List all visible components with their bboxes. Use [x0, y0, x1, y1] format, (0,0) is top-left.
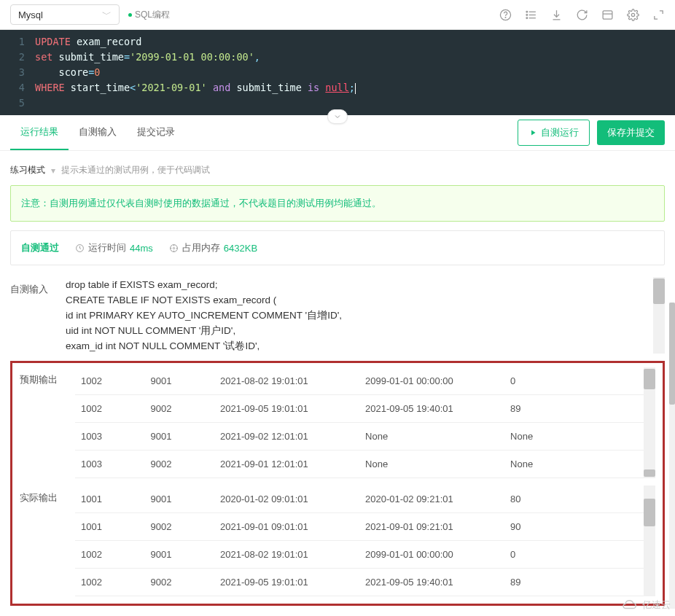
tool-icons [499, 9, 665, 21]
clock-icon [75, 243, 85, 253]
actual-table: 100190012020-01-02 09:01:012020-01-02 09… [75, 486, 655, 596]
svg-rect-8 [603, 10, 612, 18]
table-row: 100190012020-01-02 09:01:012020-01-02 09… [75, 486, 655, 513]
memory-value: 6432KB [224, 243, 257, 254]
scrollbar[interactable] [644, 367, 655, 478]
save-icon[interactable] [601, 9, 614, 21]
help-icon[interactable] [499, 9, 512, 21]
code-line: 4WHERE start_time<'2021-09-01' and submi… [0, 80, 675, 95]
expected-section: 预期输出 100290012021-08-02 19:01:012099-01-… [20, 367, 655, 478]
self-input-section: 自测输入 drop table if EXISTS exam_record;CR… [10, 277, 665, 354]
result-tabs: 运行结果 自测输入 提交记录 [10, 115, 185, 150]
code-line: 2set submit_time='2099-01-01 00:00:00', [0, 50, 675, 65]
scrollbar[interactable] [644, 486, 655, 596]
output-compare-block: 预期输出 100290012021-08-02 19:01:012099-01-… [10, 361, 665, 606]
runtime-label: 运行时间 [88, 241, 126, 254]
actual-section: 实际输出 100190012020-01-02 09:01:012020-01-… [20, 486, 655, 596]
mode-label: 练习模式 [10, 164, 45, 176]
language-select[interactable]: Mysql ﹀ [10, 4, 120, 25]
table-row: 100390022021-09-01 12:01:01NoneNone [75, 451, 655, 478]
runtime-value: 44ms [130, 243, 153, 254]
mode-line: 练习模式 ▾ 提示未通过的测试用例，便于代码调试 [10, 164, 665, 176]
chevron-down-icon: ﹀ [102, 8, 112, 21]
mode-hint: 提示未通过的测试用例，便于代码调试 [61, 164, 210, 176]
chevron-down-icon[interactable]: ▾ [51, 165, 55, 176]
svg-point-5 [526, 11, 528, 12]
table-row: 100390012021-09-02 12:01:01NoneNone [75, 423, 655, 451]
save-submit-button[interactable]: 保存并提交 [597, 120, 665, 145]
notice-banner: 注意：自测用例通过仅代表自测时使用的数据通过，不代表题目的测试用例均能通过。 [10, 185, 665, 222]
tab-self-input[interactable]: 自测输入 [69, 115, 127, 150]
self-run-button[interactable]: 自测运行 [518, 120, 590, 146]
svg-point-6 [526, 14, 528, 15]
expand-icon[interactable] [652, 9, 665, 21]
tab-submit-history[interactable]: 提交记录 [127, 115, 185, 150]
list-icon[interactable] [525, 9, 537, 21]
expected-label: 预期输出 [20, 367, 62, 478]
collapse-handle[interactable] [327, 109, 348, 124]
panel-scrollbar[interactable] [669, 303, 675, 609]
code-line: 5 [0, 95, 675, 111]
svg-point-13 [173, 247, 174, 249]
refresh-icon[interactable] [576, 9, 588, 21]
svg-point-10 [631, 13, 634, 16]
save-submit-label: 保存并提交 [607, 126, 655, 139]
table-row: 100290012021-08-02 19:01:012099-01-01 00… [75, 541, 655, 569]
actual-label: 实际输出 [20, 486, 62, 596]
pass-status: 自测通过 [21, 241, 59, 254]
scrollbar[interactable] [653, 277, 665, 354]
code-line: 3 score=0 [0, 65, 675, 80]
pass-box: 自测通过 运行时间 44ms 占用内存 6432KB [10, 230, 665, 265]
svg-point-7 [526, 17, 528, 18]
sql-label: SQL编程 [135, 9, 170, 21]
code-editor[interactable]: 1UPDATE exam_record2set submit_time='209… [0, 30, 675, 115]
table-row: 100190022021-09-01 09:01:012021-09-01 09… [75, 513, 655, 541]
memory-label: 占用内存 [182, 241, 220, 254]
settings-icon[interactable] [627, 9, 639, 21]
status-dot-icon [128, 13, 132, 17]
self-input-label: 自测输入 [10, 277, 52, 354]
svg-point-1 [505, 17, 506, 17]
self-input-sql: drop table if EXISTS exam_record;CREATE … [66, 277, 665, 354]
table-row: 100290022021-09-05 19:01:012021-09-05 19… [75, 395, 655, 423]
top-toolbar: Mysql ﹀ SQL编程 [0, 0, 675, 30]
language-select-value: Mysql [18, 9, 43, 20]
sql-indicator: SQL编程 [128, 9, 170, 21]
memory-icon [169, 243, 179, 253]
download-icon[interactable] [550, 9, 563, 21]
tab-run-result[interactable]: 运行结果 [10, 115, 69, 150]
result-area: 练习模式 ▾ 提示未通过的测试用例，便于代码调试 注意：自测用例通过仅代表自测时… [0, 151, 675, 616]
table-row: 100290012021-08-02 19:01:012099-01-01 00… [75, 367, 655, 395]
expected-table: 100290012021-08-02 19:01:012099-01-01 00… [75, 367, 655, 478]
code-line: 1UPDATE exam_record [0, 34, 675, 50]
table-row: 100290022021-09-05 19:01:012021-09-05 19… [75, 569, 655, 596]
self-run-label: 自测运行 [541, 126, 579, 139]
